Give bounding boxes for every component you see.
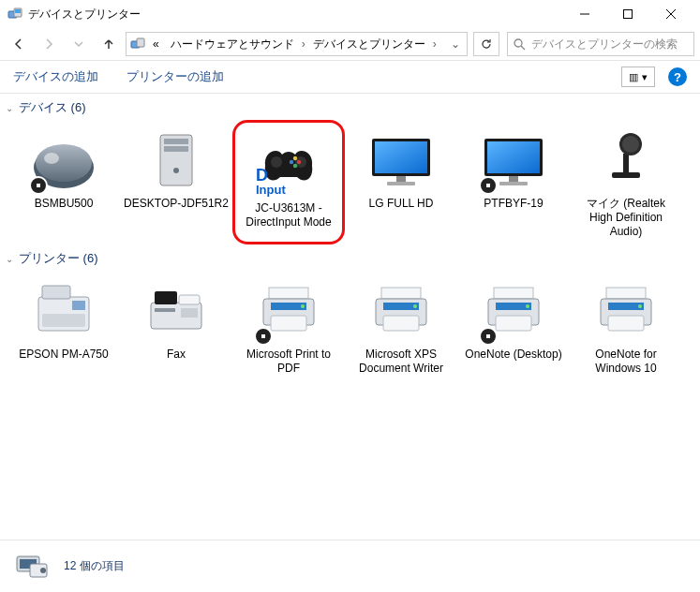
group-header[interactable]: ⌄プリンター (6) — [0, 244, 700, 271]
chevron-right-icon[interactable]: › — [302, 37, 305, 51]
search-placeholder: デバイスとプリンターの検索 — [531, 37, 678, 52]
back-button[interactable] — [6, 31, 32, 57]
overlay-label: DInput — [256, 167, 286, 196]
monitor-icon — [471, 126, 556, 193]
clock-badge-icon — [254, 327, 273, 346]
device-item[interactable]: EPSON PM-A750 — [7, 271, 120, 381]
device-item[interactable]: LG FULL HD — [345, 120, 457, 244]
minimize-button[interactable] — [563, 0, 606, 28]
chevron-right-icon[interactable]: › — [433, 37, 437, 51]
mouse-icon — [22, 126, 106, 193]
svg-line-10 — [521, 46, 525, 50]
search-input[interactable]: デバイスとプリンターの検索 — [507, 32, 694, 56]
group-title: デバイス (6) — [19, 99, 86, 116]
address-dropdown-button[interactable]: ⌄ — [448, 37, 463, 51]
device-item[interactable]: DInput JC-U3613M - DirectInput Mode — [232, 120, 345, 244]
device-item[interactable]: DESKTOP-JDF51R2 — [120, 120, 232, 244]
window-controls — [563, 0, 693, 28]
status-bar: 12 個の項目 — [0, 540, 700, 592]
item-label: OneNote for Windows 10 — [573, 348, 678, 376]
item-label: Microsoft Print to PDF — [236, 348, 341, 376]
device-item[interactable]: Microsoft Print to PDF — [232, 271, 345, 381]
device-item[interactable]: BSMBU500 — [7, 120, 120, 244]
device-item[interactable]: PTFBYF-19 — [457, 120, 570, 244]
content-area: ⌄デバイス (6) BSMBU500 DESKTOP-JDF51R2 DInpu… — [0, 94, 700, 540]
item-label: OneNote (Desktop) — [465, 348, 561, 362]
devices-printers-icon — [7, 7, 22, 22]
device-item[interactable]: OneNote (Desktop) — [457, 271, 570, 381]
mfp-icon — [22, 276, 106, 344]
item-label: LG FULL HD — [369, 197, 434, 211]
device-item[interactable]: Fax — [120, 271, 232, 381]
gamepad-icon: DInput — [246, 130, 331, 198]
clock-badge-icon — [479, 176, 498, 195]
svg-point-9 — [514, 39, 522, 47]
monitor-icon — [359, 126, 443, 193]
search-icon — [514, 38, 526, 51]
address-bar[interactable]: « ハードウェアとサウンド › デバイスとプリンター › ⌄ — [126, 32, 468, 56]
status-icon — [13, 551, 51, 583]
refresh-button[interactable] — [473, 32, 499, 56]
printer-icon — [246, 276, 331, 344]
group-header[interactable]: ⌄デバイス (6) — [0, 94, 700, 120]
group-title: プリンター (6) — [19, 250, 98, 267]
chevron-down-icon: ⌄ — [6, 254, 13, 264]
fax-icon — [134, 276, 218, 344]
item-label: Microsoft XPS Document Writer — [349, 348, 454, 376]
clock-badge-icon — [29, 176, 48, 195]
items-row: EPSON PM-A750 Fax Microsoft Print to PDF… — [0, 271, 700, 381]
add-device-button[interactable]: デバイスの追加 — [13, 68, 98, 85]
up-button[interactable] — [96, 31, 122, 57]
item-label: DESKTOP-JDF51R2 — [124, 197, 229, 211]
item-label: PTFBYF-19 — [484, 197, 543, 211]
command-bar: デバイスの追加 プリンターの追加 ▥ ▾ ? — [0, 60, 700, 94]
breadcrumb-item[interactable]: デバイスとプリンター — [309, 35, 429, 54]
printer-icon — [584, 276, 668, 344]
breadcrumb-prefix: « — [149, 36, 163, 52]
forward-button[interactable] — [36, 31, 62, 57]
item-label: JC-U3613M - DirectInput Mode — [239, 201, 338, 229]
clock-badge-icon — [479, 327, 498, 346]
window-title: デバイスとプリンター — [28, 7, 563, 22]
printer-icon — [471, 276, 556, 344]
pc-icon — [134, 126, 218, 193]
item-label: マイク (Realtek High Definition Audio) — [573, 197, 678, 239]
maximize-button[interactable] — [606, 0, 649, 28]
svg-rect-2 — [15, 9, 21, 13]
device-item[interactable]: マイク (Realtek High Definition Audio) — [570, 120, 682, 244]
view-options-button[interactable]: ▥ ▾ — [621, 67, 655, 87]
title-bar: デバイスとプリンター — [0, 0, 700, 28]
svg-rect-4 — [624, 10, 633, 19]
add-printer-button[interactable]: プリンターの追加 — [127, 68, 224, 85]
device-item[interactable]: Microsoft XPS Document Writer — [345, 271, 457, 381]
status-text: 12 個の項目 — [64, 558, 125, 574]
item-label: BSMBU500 — [35, 197, 94, 211]
svg-rect-8 — [137, 38, 144, 47]
device-item[interactable]: OneNote for Windows 10 — [570, 271, 682, 381]
chevron-down-icon: ⌄ — [6, 103, 13, 113]
devices-printers-icon — [130, 37, 145, 52]
printer-icon — [359, 276, 443, 344]
svg-point-14 — [40, 568, 46, 573]
breadcrumb-item[interactable]: ハードウェアとサウンド — [167, 35, 298, 54]
help-button[interactable]: ? — [668, 67, 687, 86]
close-button[interactable] — [649, 0, 693, 28]
nav-bar: « ハードウェアとサウンド › デバイスとプリンター › ⌄ デバイスとプリンタ… — [0, 28, 700, 60]
item-label: EPSON PM-A750 — [19, 348, 108, 362]
mic-icon — [584, 126, 668, 193]
items-row: BSMBU500 DESKTOP-JDF51R2 DInput JC-U3613… — [0, 120, 700, 244]
recent-locations-button[interactable] — [66, 31, 92, 57]
item-label: Fax — [167, 348, 186, 362]
